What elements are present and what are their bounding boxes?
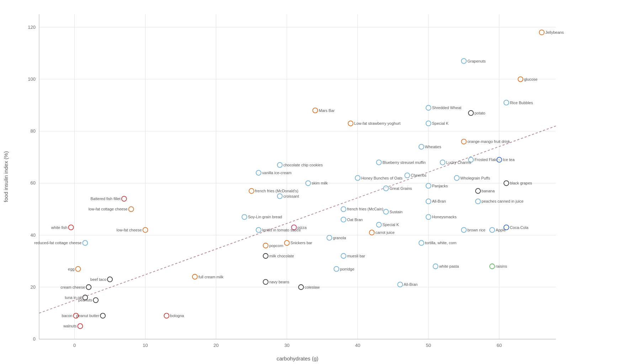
- data-point: [256, 228, 261, 232]
- data-point-label: egg: [68, 267, 74, 271]
- data-point-label: chocolate chip cookies: [283, 163, 323, 167]
- data-point: [100, 313, 105, 318]
- data-point-label: lentils in tomato sauce: [262, 228, 301, 232]
- data-point-label: croissant: [283, 194, 299, 198]
- svg-text:carbohydrates (g): carbohydrates (g): [277, 355, 319, 362]
- data-point-label: Coca-Cola: [510, 225, 529, 230]
- data-point: [341, 217, 346, 222]
- data-point-label: Ice tea: [503, 157, 515, 162]
- data-point-label: banana: [482, 189, 495, 193]
- data-point-label: Special K: [432, 121, 449, 125]
- data-point-label: Cheerios: [411, 173, 427, 177]
- data-point-label: Rice Bubbles: [510, 101, 533, 105]
- data-point-label: cream cheese: [60, 285, 85, 289]
- data-point-label: Jellybeans: [545, 30, 564, 34]
- data-point-label: porridge: [340, 267, 354, 271]
- data-point-label: Panjacks: [432, 184, 448, 188]
- data-point-label: Mars Bar: [319, 108, 335, 113]
- data-point-label: Grapenuts: [467, 59, 486, 63]
- data-point: [249, 188, 254, 193]
- svg-text:120: 120: [28, 25, 36, 30]
- svg-text:80: 80: [31, 128, 36, 134]
- data-point: [369, 230, 374, 235]
- data-point-label: bologna: [170, 314, 184, 318]
- data-point: [454, 176, 459, 181]
- data-point: [518, 77, 523, 82]
- data-point: [405, 173, 410, 178]
- data-point-label: popcorn: [269, 243, 283, 248]
- data-point: [263, 279, 268, 284]
- data-point-label: Wholegrain Puffs: [460, 176, 490, 180]
- data-point: [122, 196, 127, 201]
- data-point-label: carrot juice: [375, 230, 394, 235]
- data-point-label: orange-mango fruit drink: [467, 139, 510, 144]
- data-point-label: Special K: [382, 223, 399, 227]
- data-point: [426, 214, 431, 219]
- data-point-label: Honeysmacks: [432, 215, 457, 219]
- data-point: [334, 267, 339, 272]
- data-point-label: Great Grains: [389, 186, 412, 191]
- svg-text:40: 40: [355, 343, 360, 348]
- svg-text:0: 0: [33, 336, 36, 342]
- data-point-label: milk chocolate: [269, 254, 294, 258]
- data-point-label: glucose: [524, 77, 537, 81]
- data-point: [341, 207, 346, 212]
- data-point: [256, 170, 261, 175]
- data-point: [107, 277, 112, 282]
- data-point: [383, 209, 388, 214]
- data-point-label: peanut butter: [76, 314, 99, 318]
- chart-container: 0204060801001200102030405060carbohydrate…: [0, 0, 627, 364]
- data-point: [242, 214, 247, 219]
- data-point-label: navy beans: [269, 280, 289, 284]
- data-point-label: beef taco: [90, 277, 106, 282]
- data-point: [426, 121, 431, 126]
- svg-text:food insulin index (%): food insulin index (%): [3, 151, 9, 202]
- data-point: [298, 285, 303, 290]
- data-point: [461, 59, 466, 64]
- data-point-label: Soy-Lin grain bread: [248, 215, 282, 219]
- svg-text:10: 10: [143, 343, 148, 348]
- data-point: [490, 228, 495, 232]
- data-point: [426, 183, 431, 188]
- data-point-label: white pasta: [439, 264, 459, 268]
- data-point: [86, 285, 91, 290]
- data-point: [433, 264, 438, 269]
- data-point: [440, 160, 445, 165]
- scatter-plot: 0204060801001200102030405060carbohydrate…: [0, 0, 627, 364]
- data-point-label: reduced-fat cottage cheese: [34, 241, 81, 245]
- data-point: [129, 207, 134, 212]
- data-point-label: granola: [333, 236, 346, 240]
- data-point: [277, 194, 282, 199]
- data-point: [490, 264, 495, 269]
- data-point: [78, 323, 83, 328]
- svg-text:20: 20: [31, 284, 36, 290]
- data-point-label: potato: [474, 111, 485, 115]
- data-point-label: All-Bran: [404, 282, 418, 287]
- data-point: [376, 222, 381, 227]
- data-point-label: Shredded Wheat: [432, 106, 462, 110]
- data-point: [327, 235, 332, 240]
- data-point: [419, 144, 424, 149]
- data-point: [75, 267, 80, 272]
- data-point-label: Battered fish fillet: [90, 197, 120, 201]
- data-point: [143, 228, 148, 232]
- svg-text:100: 100: [28, 76, 36, 82]
- data-point: [419, 240, 424, 245]
- data-point-label: All-Bran: [432, 199, 446, 203]
- data-point-label: Oat Bran: [347, 218, 363, 222]
- data-point-label: Lucky Charms: [446, 160, 472, 165]
- data-point-label: peaches canned in juice: [482, 199, 524, 203]
- svg-text:50: 50: [426, 343, 431, 348]
- data-point: [426, 199, 431, 204]
- data-point: [468, 111, 473, 116]
- data-point-label: coleslaw: [304, 285, 319, 289]
- data-point-label: Blueberry streusel muffin: [382, 160, 425, 165]
- data-point-label: bacon: [62, 314, 73, 318]
- data-point-label: Wheaties: [425, 145, 441, 149]
- data-point: [69, 225, 74, 230]
- data-point: [305, 181, 310, 186]
- data-point: [475, 188, 480, 193]
- data-point: [192, 274, 197, 279]
- data-point: [504, 181, 509, 186]
- data-point: [398, 282, 403, 287]
